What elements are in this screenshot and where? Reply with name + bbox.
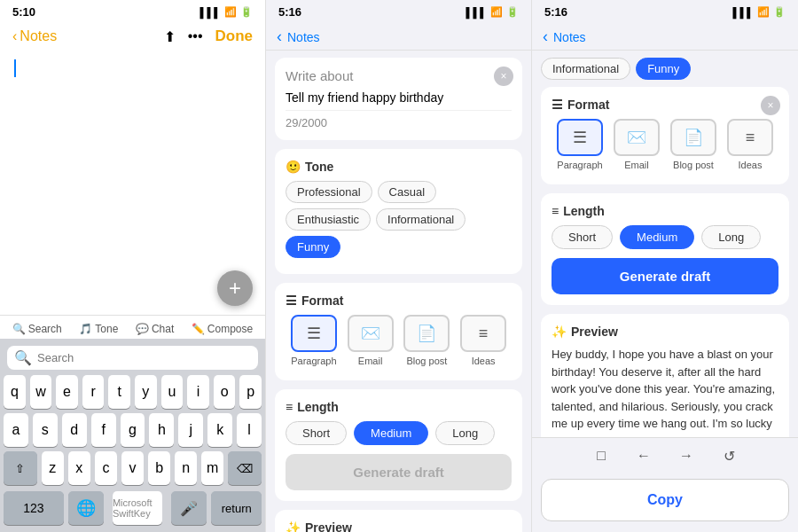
- chip-funny[interactable]: Funny: [286, 236, 340, 258]
- format-blogpost[interactable]: 📄 Blog post: [403, 315, 450, 366]
- toolbar-search[interactable]: 🔍 Search: [12, 323, 62, 335]
- key-q[interactable]: q: [4, 375, 26, 409]
- key-u[interactable]: u: [161, 375, 184, 409]
- key-shift[interactable]: ⇧: [4, 451, 37, 485]
- key-y[interactable]: y: [135, 375, 157, 409]
- key-l[interactable]: l: [237, 413, 262, 447]
- key-g[interactable]: g: [121, 413, 145, 447]
- key-w[interactable]: w: [30, 375, 52, 409]
- format-email-label: Email: [358, 356, 383, 366]
- key-return[interactable]: return: [211, 491, 262, 525]
- chip-enthusiastic[interactable]: Enthusiastic: [286, 208, 371, 231]
- key-j[interactable]: j: [178, 413, 203, 447]
- key-k[interactable]: k: [207, 413, 232, 447]
- chip-p3-informational[interactable]: Informational: [541, 58, 630, 80]
- write-about-value[interactable]: Tell my friend happy birthday: [286, 90, 512, 105]
- p3-format-icon: ☰: [552, 98, 563, 112]
- bottom-toolbar: 🔍 Search 🎵 Tone 💬 Chat ✏️ Compose: [0, 315, 265, 339]
- p3-format-icon-paragraph: ☰: [557, 119, 603, 156]
- write-about-title: Write about: [286, 68, 512, 83]
- key-delete[interactable]: ⌫: [228, 451, 262, 485]
- key-mic[interactable]: 🎤: [171, 491, 207, 525]
- key-a[interactable]: a: [4, 413, 28, 447]
- key-s[interactable]: s: [33, 413, 58, 447]
- nav-forward-icon[interactable]: →: [674, 443, 699, 468]
- p3-close-btn[interactable]: ×: [761, 96, 780, 115]
- chip-casual[interactable]: Casual: [378, 181, 436, 203]
- search-input[interactable]: [37, 351, 251, 364]
- nav-square-icon[interactable]: □: [589, 443, 614, 468]
- chip-professional[interactable]: Professional: [286, 181, 372, 203]
- generate-draft-button[interactable]: Generate draft: [286, 454, 512, 490]
- p3-format-blogpost-label: Blog post: [673, 160, 714, 170]
- toolbar-chat[interactable]: 💬 Chat: [136, 323, 174, 335]
- format-ideas[interactable]: ≡ Ideas: [460, 315, 506, 366]
- wifi-icon-2: 📶: [490, 6, 503, 18]
- toolbar-compose-label: Compose: [207, 323, 253, 335]
- key-f[interactable]: f: [91, 413, 116, 447]
- p3-length-long[interactable]: Long: [701, 225, 761, 249]
- done-button[interactable]: Done: [215, 27, 254, 45]
- share-icon[interactable]: ⬆: [164, 28, 176, 45]
- nav-refresh-icon[interactable]: ↺: [716, 443, 741, 468]
- wifi-icon-3: 📶: [757, 6, 770, 18]
- key-m[interactable]: m: [201, 451, 223, 485]
- back-button-1[interactable]: ‹ Notes: [12, 28, 57, 44]
- p3-length-short[interactable]: Short: [552, 225, 613, 249]
- battery-icon-3: 🔋: [773, 6, 786, 18]
- chip-informational[interactable]: Informational: [376, 208, 466, 231]
- p3-format-ideas-label: Ideas: [739, 160, 763, 170]
- length-long[interactable]: Long: [435, 421, 495, 445]
- format-paragraph[interactable]: ☰ Paragraph: [291, 315, 337, 366]
- key-e[interactable]: e: [56, 375, 78, 409]
- write-about-close[interactable]: ×: [494, 66, 513, 86]
- p3-format-options: ☰ Paragraph ✉️ Email 📄 Blog post ≡ Ideas: [552, 119, 778, 170]
- key-d[interactable]: d: [62, 413, 87, 447]
- format-email[interactable]: ✉️ Email: [348, 315, 394, 366]
- back-arrow-3[interactable]: ‹: [543, 27, 548, 46]
- key-c[interactable]: c: [95, 451, 117, 485]
- swiftkey-label: Microsoft SwiftKey: [113, 491, 163, 525]
- p3-format-paragraph[interactable]: ☰ Paragraph: [557, 119, 603, 170]
- toolbar-compose[interactable]: ✏️ Compose: [192, 323, 253, 335]
- p3-length-medium[interactable]: Medium: [620, 225, 694, 249]
- key-v[interactable]: v: [121, 451, 144, 485]
- key-t[interactable]: t: [108, 375, 130, 409]
- key-z[interactable]: z: [42, 451, 64, 485]
- key-x[interactable]: x: [68, 451, 90, 485]
- panel3-tone-chips: Informational Funny: [541, 58, 789, 80]
- format-panel: 5:16 ▌▌▌ 📶 🔋 ‹ Notes Informational Funny…: [532, 0, 798, 532]
- key-h[interactable]: h: [149, 413, 174, 447]
- key-b[interactable]: b: [148, 451, 170, 485]
- more-icon[interactable]: •••: [188, 28, 203, 44]
- p3-format-blogpost[interactable]: 📄 Blog post: [670, 119, 716, 170]
- format-icon-blogpost: 📄: [403, 315, 450, 352]
- p3-generate-button[interactable]: Generate draft: [552, 258, 778, 294]
- key-o[interactable]: o: [214, 375, 236, 409]
- key-numbers[interactable]: 123: [4, 491, 64, 525]
- key-i[interactable]: i: [187, 375, 209, 409]
- format-icon-email: ✉️: [348, 315, 394, 352]
- p3-format-ideas[interactable]: ≡ Ideas: [727, 119, 773, 170]
- fab-compose-button[interactable]: +: [217, 270, 253, 306]
- format-section-title: ☰ Format: [286, 293, 512, 308]
- p3-format-email[interactable]: ✉️ Email: [614, 119, 660, 170]
- key-p[interactable]: p: [239, 375, 262, 409]
- back-arrow-2[interactable]: ‹: [277, 27, 282, 46]
- key-r[interactable]: r: [82, 375, 105, 409]
- key-n[interactable]: n: [175, 451, 197, 485]
- key-row-3: ⇧ z x c v b n m ⌫: [4, 451, 262, 485]
- compose-icon: ✏️: [192, 323, 205, 335]
- key-globe[interactable]: 🌐: [68, 491, 104, 525]
- p3-length-icon: ≡: [552, 204, 559, 218]
- copy-button[interactable]: Copy: [541, 479, 789, 521]
- nav-back-icon[interactable]: ←: [631, 443, 656, 468]
- status-bar-3: 5:16 ▌▌▌ 📶 🔋: [532, 0, 798, 22]
- chip-p3-funny[interactable]: Funny: [636, 58, 691, 80]
- length-short[interactable]: Short: [286, 421, 347, 445]
- chevron-left-icon: ‹: [12, 28, 17, 44]
- tone-section-title: 🙂 Tone: [286, 160, 512, 174]
- signal-icon-3: ▌▌▌: [733, 7, 754, 18]
- toolbar-tone[interactable]: 🎵 Tone: [79, 323, 118, 335]
- length-medium[interactable]: Medium: [354, 421, 428, 445]
